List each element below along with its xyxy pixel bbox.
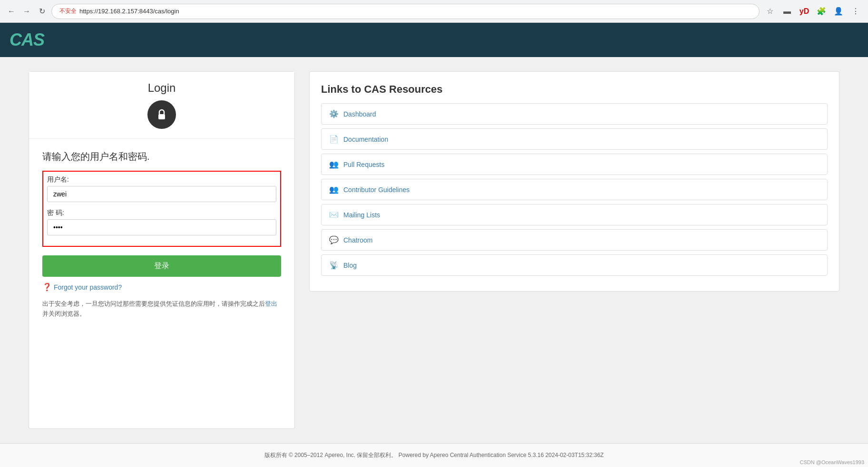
- bookmark-button[interactable]: ☆: [763, 5, 777, 18]
- profile-button[interactable]: 👤: [832, 5, 845, 18]
- forgot-password-link[interactable]: Forgot your password?: [54, 283, 122, 291]
- address-bar[interactable]: 不安全 https://192.168.2.157:8443/cas/login: [51, 4, 760, 19]
- reload-button[interactable]: ↻: [36, 6, 48, 17]
- browser-actions: ☆ ▬ yD 🧩 👤 ⋮: [763, 5, 862, 18]
- blog-label: Blog: [343, 262, 357, 269]
- blog-icon: 📡: [329, 261, 339, 270]
- pull-requests-label: Pull Requests: [343, 161, 384, 168]
- login-body: 请输入您的用户名和密码. 用户名: 密 码: 登录 ❓ Forgot your …: [29, 139, 294, 331]
- mailing-label: Mailing Lists: [343, 211, 380, 219]
- security-note-suffix: 并关闭浏览器。: [42, 310, 86, 317]
- resources-title: Links to CAS Resources: [321, 83, 828, 96]
- youdao-button[interactable]: yD: [798, 5, 811, 18]
- documentation-label: Documentation: [343, 136, 388, 143]
- resource-chatroom[interactable]: 💬 Chatroom: [321, 229, 828, 251]
- credentials-highlight: 用户名: 密 码:: [42, 171, 281, 247]
- login-title: Login: [39, 81, 285, 95]
- login-card: Login 请输入您的用户名和密码. 用户名: 密 码:: [29, 71, 295, 429]
- forgot-password-section: ❓ Forgot your password?: [42, 282, 281, 292]
- contributor-icon: 👥: [329, 185, 339, 194]
- login-button[interactable]: 登录: [42, 255, 281, 277]
- dashboard-icon: ⚙️: [329, 109, 339, 118]
- browser-chrome: ← → ↻ 不安全 https://192.168.2.157:8443/cas…: [0, 0, 868, 23]
- forward-button[interactable]: →: [21, 6, 32, 17]
- resource-documentation[interactable]: 📄 Documentation: [321, 128, 828, 150]
- login-header: Login: [29, 72, 294, 139]
- footer-text: 版权所有 © 2005–2012 Apereo, Inc. 保留全部权利。 Po…: [264, 451, 604, 459]
- extensions-button[interactable]: 🧩: [815, 5, 828, 18]
- password-group: 密 码:: [47, 209, 276, 235]
- contributor-label: Contributor Guidelines: [343, 186, 410, 194]
- svg-rect-0: [158, 114, 165, 119]
- logout-link[interactable]: 登出: [265, 300, 277, 307]
- resource-pull-requests[interactable]: 👥 Pull Requests: [321, 154, 828, 175]
- dashboard-label: Dashboard: [343, 110, 376, 118]
- security-note-prefix: 出于安全考虑，一旦您访问过那些需要您提供凭证信息的应用时，请操作完成之后: [42, 300, 265, 307]
- resource-mailing-lists[interactable]: ✉️ Mailing Lists: [321, 204, 828, 225]
- lock-icon: [147, 100, 176, 129]
- cas-header: CAS: [0, 23, 868, 57]
- cast-button[interactable]: ▬: [780, 5, 794, 18]
- mailing-icon: ✉️: [329, 210, 339, 219]
- page-content: Login 请输入您的用户名和密码. 用户名: 密 码:: [0, 57, 868, 443]
- watermark: CSDN @OceanWaves1993: [800, 459, 864, 465]
- cas-logo-text: CAS: [10, 30, 44, 49]
- help-icon: ❓: [42, 282, 52, 292]
- username-group: 用户名:: [47, 175, 276, 202]
- cas-logo: CAS: [10, 30, 44, 50]
- password-label: 密 码:: [47, 209, 276, 217]
- insecure-badge: 不安全: [59, 7, 77, 15]
- chatroom-icon: 💬: [329, 235, 339, 244]
- resource-contributor-guidelines[interactable]: 👥 Contributor Guidelines: [321, 179, 828, 200]
- url-text: https://192.168.2.157:8443/cas/login: [79, 8, 179, 15]
- security-note: 出于安全考虑，一旦您访问过那些需要您提供凭证信息的应用时，请操作完成之后登出并关…: [42, 299, 281, 319]
- username-label: 用户名:: [47, 175, 276, 184]
- footer: 版权所有 © 2005–2012 Apereo, Inc. 保留全部权利。 Po…: [0, 443, 868, 467]
- chatroom-label: Chatroom: [343, 236, 372, 244]
- password-input[interactable]: [47, 219, 276, 235]
- resource-blog[interactable]: 📡 Blog: [321, 254, 828, 276]
- documentation-icon: 📄: [329, 135, 339, 144]
- pull-requests-icon: 👥: [329, 160, 339, 169]
- resource-dashboard[interactable]: ⚙️ Dashboard: [321, 103, 828, 125]
- login-subtitle: 请输入您的用户名和密码.: [42, 150, 281, 163]
- back-button[interactable]: ←: [6, 6, 17, 17]
- username-input[interactable]: [47, 186, 276, 202]
- menu-button[interactable]: ⋮: [849, 5, 862, 18]
- resources-card: Links to CAS Resources ⚙️ Dashboard 📄 Do…: [309, 71, 839, 292]
